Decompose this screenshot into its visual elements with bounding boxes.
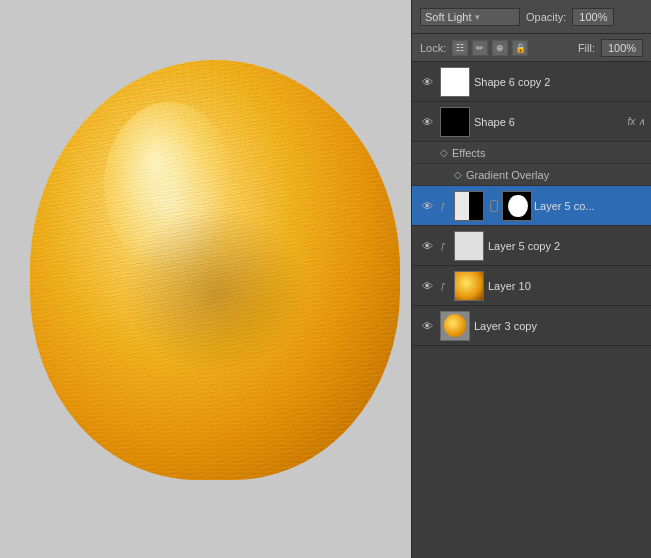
layer-layer5co[interactable]: 👁 ƒ Layer 5 co... <box>412 186 651 226</box>
layer-link-layer10: ƒ <box>436 279 450 293</box>
layer-layer3copy[interactable]: 👁 Layer 3 copy <box>412 306 651 346</box>
lock-all-btn[interactable]: 🔒 <box>512 40 528 56</box>
blend-mode-label: Soft Light <box>425 11 471 23</box>
layer-thumb-layer5co <box>454 191 484 221</box>
layer-visibility-layer5co[interactable]: 👁 <box>418 197 436 215</box>
gradient-diamond-icon: ◇ <box>454 169 462 180</box>
layer-name-shape6: Shape 6 <box>474 116 623 128</box>
layer-layer5copy2[interactable]: 👁 ƒ Layer 5 copy 2 <box>412 226 651 266</box>
opacity-label: Opacity: <box>526 11 566 23</box>
lock-position-btn[interactable]: ⊕ <box>492 40 508 56</box>
layer-link-layer5copy2: ƒ <box>436 239 450 253</box>
layer-mask-layer5co <box>502 191 532 221</box>
layers-list: 👁 Shape 6 copy 2 👁 Shape 6 fx ∧ ◇ Effect… <box>412 62 651 558</box>
lock-bar: Lock: ☷ ✏ ⊕ 🔒 Fill: 100% <box>412 34 651 62</box>
layers-panel: Soft Light ▾ Opacity: 100% Lock: ☷ ✏ ⊕ 🔒… <box>411 0 651 558</box>
fill-label: Fill: <box>578 42 595 54</box>
layer-thumb-shape6copy2 <box>440 67 470 97</box>
lock-pixels-btn[interactable]: ☷ <box>452 40 468 56</box>
layer-name-shape6copy2: Shape 6 copy 2 <box>474 76 645 88</box>
layer-link-layer5co: ƒ <box>436 199 450 213</box>
layer-thumb-layer5copy2 <box>454 231 484 261</box>
layer-thumb-layer10 <box>454 271 484 301</box>
layer-visibility-layer10[interactable]: 👁 <box>418 277 436 295</box>
lock-image-btn[interactable]: ✏ <box>472 40 488 56</box>
layer-chain-layer5co <box>490 200 498 212</box>
gradient-overlay-label: Gradient Overlay <box>466 169 549 181</box>
layer-thumb-shape6 <box>440 107 470 137</box>
canvas-artwork <box>30 60 400 480</box>
layer-fx-shape6[interactable]: fx ∧ <box>627 116 645 127</box>
opacity-input[interactable]: 100% <box>572 8 614 26</box>
blend-mode-arrow: ▾ <box>475 12 480 22</box>
gradient-overlay-row[interactable]: ◇ Gradient Overlay <box>412 164 651 186</box>
layer-name-layer5copy2: Layer 5 copy 2 <box>488 240 645 252</box>
fill-input[interactable]: 100% <box>601 39 643 57</box>
effects-group-row[interactable]: ◇ Effects <box>412 142 651 164</box>
layer-visibility-layer5copy2[interactable]: 👁 <box>418 237 436 255</box>
effects-label: Effects <box>452 147 485 159</box>
layer-visibility-layer3copy[interactable]: 👁 <box>418 317 436 335</box>
effects-diamond-icon: ◇ <box>440 147 448 158</box>
layer-name-layer3copy: Layer 3 copy <box>474 320 645 332</box>
lock-label: Lock: <box>420 42 446 54</box>
layer-name-layer10: Layer 10 <box>488 280 645 292</box>
lock-icons-group: ☷ ✏ ⊕ 🔒 <box>452 40 528 56</box>
layer-name-layer5co: Layer 5 co... <box>534 200 645 212</box>
layer-layer10[interactable]: 👁 ƒ Layer 10 <box>412 266 651 306</box>
layer-thumb-layer3copy <box>440 311 470 341</box>
blend-mode-bar: Soft Light ▾ Opacity: 100% <box>412 0 651 34</box>
blend-mode-dropdown[interactable]: Soft Light ▾ <box>420 8 520 26</box>
layer-shape6[interactable]: 👁 Shape 6 fx ∧ <box>412 102 651 142</box>
layer-shape6copy2[interactable]: 👁 Shape 6 copy 2 <box>412 62 651 102</box>
layer-visibility-shape6copy2[interactable]: 👁 <box>418 73 436 91</box>
layer-visibility-shape6[interactable]: 👁 <box>418 113 436 131</box>
